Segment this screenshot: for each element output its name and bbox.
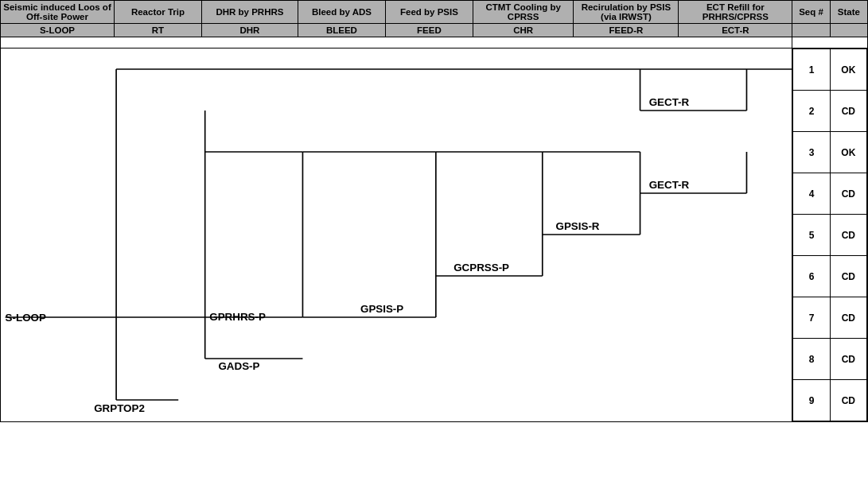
event-tree-table: Seismic induced Loos of Off-site Power R… [0, 0, 868, 422]
col-header-ect: ECT Refill for PRHRS/CPRSS [679, 1, 792, 24]
col-header-feed: Feed by PSIS [385, 1, 473, 24]
seq-state-row-8: 8 CD [793, 339, 867, 380]
abbr-chr: CHR [473, 24, 573, 37]
state-1: OK [830, 49, 866, 91]
col-header-sloop: Seismic induced Loos of Off-site Power [1, 1, 115, 24]
tree-svg: S-LOOP GRPTOP2 GPRHRS [1, 48, 792, 421]
svg-text:S-LOOP: S-LOOP [6, 312, 47, 324]
seq-state-row-6: 6 CD [793, 256, 867, 297]
state-6: CD [830, 256, 866, 297]
seq-6: 6 [793, 256, 830, 297]
state-4: CD [830, 173, 866, 215]
seq-2: 2 [793, 91, 830, 132]
state-2: CD [830, 91, 866, 132]
col-header-recirc: Recirulation by PSIS (via IRWST) [574, 1, 679, 24]
seq-1: 1 [793, 49, 830, 91]
svg-text:GADS-P: GADS-P [218, 361, 260, 372]
seq-state-row-9: 9 CD [793, 380, 867, 421]
abbr-sloop: S-LOOP [1, 24, 115, 37]
seq-state-row-3: 3 OK [793, 132, 867, 173]
abbr-feed-r: FEED-R [574, 24, 679, 37]
abbr-bleed: BLEED [298, 24, 385, 37]
seq-8: 8 [793, 339, 830, 380]
state-9: CD [830, 380, 866, 421]
seq-9: 9 [793, 380, 830, 421]
abbr-seq [792, 24, 830, 37]
state-8: CD [830, 339, 866, 380]
state-5: CD [830, 215, 866, 256]
col-header-dhr: DHR by PRHRS [201, 1, 298, 24]
col-header-rt: Reactor Trip [114, 1, 201, 24]
svg-text:GPSIS-P: GPSIS-P [360, 304, 404, 315]
col-header-state: State [830, 1, 867, 24]
svg-text:GECT-R: GECT-R [649, 97, 690, 108]
abbr-dhr: DHR [201, 24, 298, 37]
state-3: OK [830, 132, 866, 173]
header-row: Seismic induced Loos of Off-site Power R… [1, 1, 868, 24]
seq-state-row-5: 5 CD [793, 215, 867, 256]
seq-state-row-2: 2 CD [793, 91, 867, 132]
svg-text:GRPTOP2: GRPTOP2 [94, 403, 145, 414]
abbrev-row: S-LOOP RT DHR BLEED FEED CHR FEED-R ECT-… [1, 24, 868, 37]
seq-state-row-4: 4 CD [793, 173, 867, 215]
tree-row: S-LOOP GRPTOP2 GPRHRS [1, 48, 868, 422]
seq-3: 3 [793, 132, 830, 173]
col-header-ctmt: CTMT Cooling by CPRSS [473, 1, 573, 24]
seq-4: 4 [793, 173, 830, 215]
svg-text:GCPRSS-P: GCPRSS-P [453, 262, 509, 274]
abbr-rt: RT [114, 24, 201, 37]
seq-state-row-1: 1 OK [793, 49, 867, 91]
svg-text:GECT-R: GECT-R [649, 180, 690, 191]
seq-7: 7 [793, 297, 830, 339]
svg-text:GPSIS-R: GPSIS-R [556, 221, 600, 232]
abbr-ect-r: ECT-R [679, 24, 792, 37]
state-7: CD [830, 297, 866, 339]
seq-state-row-7: 7 CD [793, 297, 867, 339]
abbr-feed: FEED [385, 24, 473, 37]
col-header-seq: Seq # [792, 1, 830, 24]
spacer-row [1, 37, 868, 48]
abbr-state [830, 24, 867, 37]
seq-5: 5 [793, 215, 830, 256]
col-header-bleed: Bleed by ADS [298, 1, 385, 24]
